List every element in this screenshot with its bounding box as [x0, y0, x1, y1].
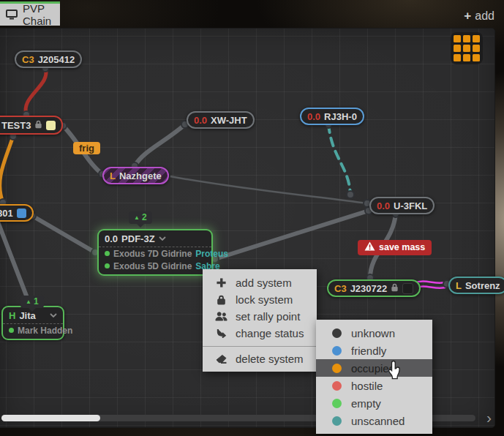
status-dot	[332, 364, 342, 373]
monitor-icon	[6, 10, 18, 20]
status-label: friendly	[351, 345, 386, 357]
pilot-count: 1	[34, 296, 39, 307]
status-square	[46, 121, 56, 130]
map-grid-toggle-button[interactable]	[451, 32, 483, 64]
status-dot	[332, 399, 342, 408]
menu-item-change-status[interactable]: change status	[203, 325, 317, 342]
status-option-hostile[interactable]: hostile	[316, 377, 432, 394]
pilot-count-badge: ▲ 1	[20, 296, 44, 308]
arrow-curve-icon	[214, 328, 227, 338]
connection-size-label: frig	[73, 142, 100, 154]
users-icon	[214, 312, 227, 321]
menu-item-label: delete system	[236, 353, 304, 365]
plus-icon	[214, 278, 227, 287]
lock-icon	[391, 283, 399, 294]
horizontal-scrollbar-thumb[interactable]	[1, 415, 100, 421]
system-node-j205412[interactable]: C3 J205412	[15, 50, 82, 68]
status-option-friendly[interactable]: friendly	[316, 342, 432, 359]
security-label: 0.0	[105, 233, 118, 244]
connection-TEST3-801[interactable]	[0, 136, 13, 203]
eraser-icon	[214, 354, 227, 364]
tab-pvp-chain[interactable]: PVP Chain	[0, 1, 60, 26]
pilot-row: Mark Hadden	[3, 324, 63, 337]
status-label: hostile	[351, 380, 383, 392]
system-node-nazhgete[interactable]: L Nazhgete	[102, 167, 169, 184]
connection-Nazhgete-U-3FKL[interactable]	[166, 176, 367, 203]
pilot-name: Exodus 5D Gidrine	[113, 261, 192, 271]
system-class: L	[110, 170, 116, 181]
security-label: 0.0	[194, 115, 207, 126]
pilot-count-badge: ▲ 2	[129, 211, 152, 224]
chevron-down-icon[interactable]	[50, 313, 57, 317]
lock-icon	[214, 295, 227, 305]
system-class: L	[456, 280, 462, 291]
lock-icon	[34, 120, 42, 131]
status-option-unknown[interactable]: unknown	[316, 324, 432, 342]
pilot-online-dot	[105, 251, 110, 256]
status-square	[402, 283, 413, 294]
status-option-occupied[interactable]: occupied	[316, 359, 432, 377]
add-map-button[interactable]: + add	[464, 9, 494, 23]
pilot-row: Exodus 5D Gidrine Sabre	[99, 260, 211, 272]
system-node-xw-jht[interactable]: 0.0 XW-JHT	[187, 111, 255, 129]
save-mass-label: save mass	[379, 242, 425, 252]
menu-item-label: add system	[236, 277, 292, 289]
system-node-u-3fkl[interactable]: 0.0 U-3FKL	[369, 197, 435, 214]
system-name: TEST3	[1, 120, 31, 131]
pilot-online-dot	[9, 328, 14, 333]
system-class: H	[9, 310, 15, 321]
status-dot	[332, 381, 342, 391]
status-option-unscanned[interactable]: unscanned	[316, 412, 432, 429]
status-option-empty[interactable]: empty	[316, 394, 432, 412]
system-name: J230722	[350, 283, 388, 294]
connection-RJ3H-0-U-3FKL[interactable]	[328, 124, 350, 195]
status-submenu: unknown friendly occupied hostile empty …	[316, 320, 432, 434]
pilot-name: Exodus 7D Gidrine	[113, 249, 192, 259]
system-name: RJ3H-0	[324, 111, 357, 122]
connection-J205412-TEST3[interactable]	[26, 68, 46, 115]
add-button-label: add	[475, 10, 494, 23]
menu-item-lock-system[interactable]: lock system	[203, 291, 317, 308]
system-header[interactable]: 0.0 PDF-3Z	[99, 230, 211, 247]
security-label: 0.0	[377, 200, 390, 211]
warning-icon	[364, 241, 375, 253]
connection-XW-JHT-Nazhgete[interactable]	[135, 124, 185, 166]
status-label: unknown	[351, 327, 395, 339]
system-name: J205412	[38, 54, 75, 65]
tab-label: PVP Chain	[23, 2, 54, 27]
system-name: 801	[0, 208, 13, 219]
arrow-up-icon: ▲	[26, 298, 31, 305]
system-node-801[interactable]: 801	[0, 204, 34, 222]
system-name: XW-JHT	[211, 115, 247, 126]
system-node-j230722[interactable]: C3 J230722	[327, 279, 421, 297]
status-dot	[332, 416, 342, 426]
pilot-ship: Proteus	[195, 249, 228, 259]
pathfinder-app: { "tab_bar": { "tab": { "label": "PVP Ch…	[0, 0, 504, 436]
pilot-row: Exodus 7D Gidrine Proteus	[99, 247, 211, 260]
system-node-pdf-3z[interactable]: 0.0 PDF-3Z Exodus 7D Gidrine Proteus Exo…	[97, 229, 213, 276]
system-node-test3[interactable]: 2 TEST3	[0, 116, 63, 135]
connection-(off-screen)-Jita[interactable]	[0, 222, 30, 305]
system-name: Sotrenz	[465, 280, 500, 291]
system-node-sotrenz[interactable]: L Sotrenz	[448, 277, 504, 294]
grid-icon	[454, 35, 461, 42]
system-name: Nazhgete	[119, 170, 162, 181]
connection-PDF-3Z-U-3FKL[interactable]	[215, 211, 369, 259]
status-label: unscanned	[351, 415, 405, 427]
pilot-count: 2	[142, 212, 147, 222]
menu-item-set-rally-point[interactable]: set rally point	[203, 308, 317, 325]
pilot-online-dot	[105, 263, 110, 268]
status-square	[17, 208, 26, 218]
status-label: occupied	[351, 362, 395, 375]
chevron-right-icon[interactable]: ›	[486, 410, 492, 425]
system-node-rj3h-0[interactable]: 0.0 RJ3H-0	[300, 108, 364, 125]
status-dot	[332, 328, 342, 338]
connection-801-PDF-3Z[interactable]	[32, 216, 95, 252]
chevron-down-icon[interactable]	[159, 236, 166, 241]
menu-item-label: change status	[236, 327, 304, 339]
menu-separator	[203, 346, 317, 347]
pilot-name: Mark Hadden	[18, 326, 72, 336]
menu-item-delete-system[interactable]: delete system	[203, 350, 317, 367]
connection-endpoint	[347, 191, 354, 198]
menu-item-add-system[interactable]: add system	[203, 274, 317, 291]
